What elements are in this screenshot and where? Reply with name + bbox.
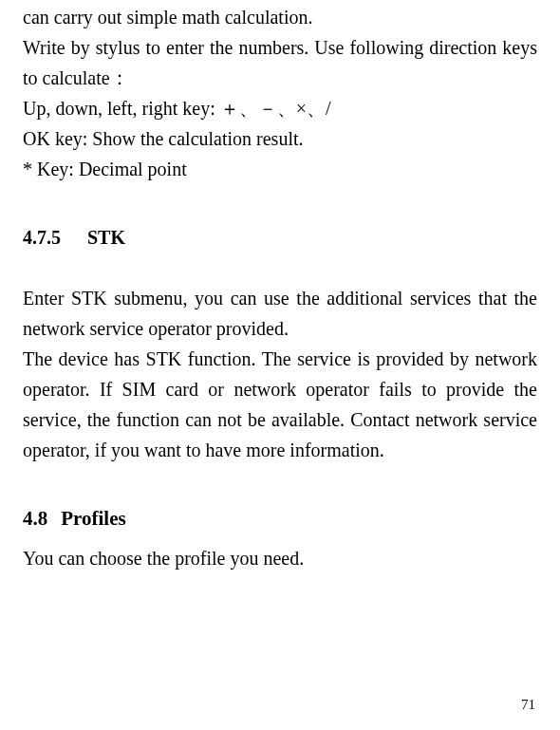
section-spacer xyxy=(23,184,537,222)
paragraph: Up, down, left, right key: ＋、－、×、/ xyxy=(23,93,537,123)
heading-number: 4.7.5 xyxy=(23,222,61,253)
heading-title: STK xyxy=(87,227,125,248)
document-content: can carry out simple math calculation. W… xyxy=(23,0,537,573)
section-heading-475: 4.7.5STK xyxy=(23,222,537,253)
heading-title: Profiles xyxy=(61,507,125,530)
paragraph: OK key: Show the calculation result. xyxy=(23,123,537,154)
paragraph: Write by stylus to enter the numbers. Us… xyxy=(23,32,537,93)
page-number: 71 xyxy=(521,697,535,713)
section-spacer xyxy=(23,253,537,283)
paragraph: Enter STK submenu, you can use the addit… xyxy=(23,283,537,344)
paragraph: The device has STK function. The service… xyxy=(23,344,537,465)
paragraph: can carry out simple math calculation. xyxy=(23,2,537,32)
section-heading-48: 4.8Profiles xyxy=(23,503,537,535)
paragraph: You can choose the profile you need. xyxy=(23,543,537,573)
section-spacer xyxy=(23,465,537,503)
paragraph: * Key: Decimal point xyxy=(23,154,537,184)
heading-number: 4.8 xyxy=(23,503,47,535)
